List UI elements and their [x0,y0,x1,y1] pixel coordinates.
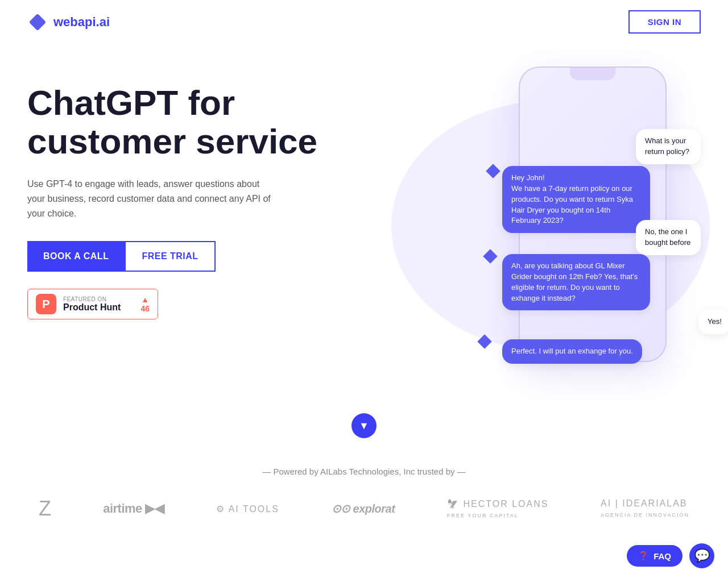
svg-rect-0 [29,13,47,31]
product-hunt-text: FEATURED ON Product Hunt [63,296,121,313]
logo-explorat: ⊙⊙ explorat [332,502,395,516]
chat-bubble-5: Yes! [698,310,728,334]
scroll-indicator: ▼ [0,413,728,438]
logo-strip: Z airtime ▶◀ ⚙ AI TOOLS ⊙⊙ explorat 🦅 HE… [27,497,701,521]
scroll-down-button[interactable]: ▼ [351,413,377,438]
logo-text: webapi.ai [53,15,110,30]
header: webapi.ai SIGN IN [0,0,728,44]
product-hunt-icon: P [36,294,56,314]
hero-subtitle: Use GPT-4 to engage with leads, answer q… [27,177,278,221]
logo-airtime: airtime ▶◀ [103,501,164,516]
chevron-down-icon: ▼ [359,420,369,432]
sign-in-button[interactable]: SIGN IN [628,10,701,34]
phone-notch [570,68,615,80]
hero-buttons: BOOK A CALL FREE TRIAL [27,241,323,272]
logo-ai-tools: ⚙ AI TOOLS [216,504,279,514]
logo-diamond-icon [27,12,48,32]
trusted-section: — Powered by AILabs Technologies, Inc tr… [0,455,728,543]
hero-section: ChatGPT for customer service Use GPT-4 t… [0,44,728,408]
trusted-label: — Powered by AILabs Technologies, Inc tr… [27,467,701,476]
hero-title: ChatGPT for customer service [27,84,323,161]
product-hunt-badge[interactable]: P FEATURED ON Product Hunt ▲ 46 [27,289,158,319]
product-hunt-votes: ▲ 46 [140,295,150,313]
chat-bubble-2: Hey John!We have a 7-day return policy o… [502,166,650,233]
chat-bubble-3: No, the one I bought before [636,220,701,255]
hero-left: ChatGPT for customer service Use GPT-4 t… [27,66,323,319]
logo-idearialab: AI | IDEARIALABAGENCIA DE INNOVACIÓN [601,498,689,519]
logo-hector-loans: 🦅 HECTOR LOANSFREE YOUR CAPITAL [447,498,548,519]
book-call-button[interactable]: BOOK A CALL [27,241,125,272]
logo-z: Z [39,497,51,521]
chat-bubble-6: Perfect. I will put an exhange for you. [502,339,642,364]
hero-illustration: What is your return policy? Hey John!We … [312,66,701,385]
logo[interactable]: webapi.ai [27,12,110,32]
free-trial-button[interactable]: FREE TRIAL [125,241,215,272]
chat-bubble-4: Ah, are you talking about GL Mixer Gride… [502,254,650,310]
chat-bubble-1: What is your return policy? [636,129,701,164]
